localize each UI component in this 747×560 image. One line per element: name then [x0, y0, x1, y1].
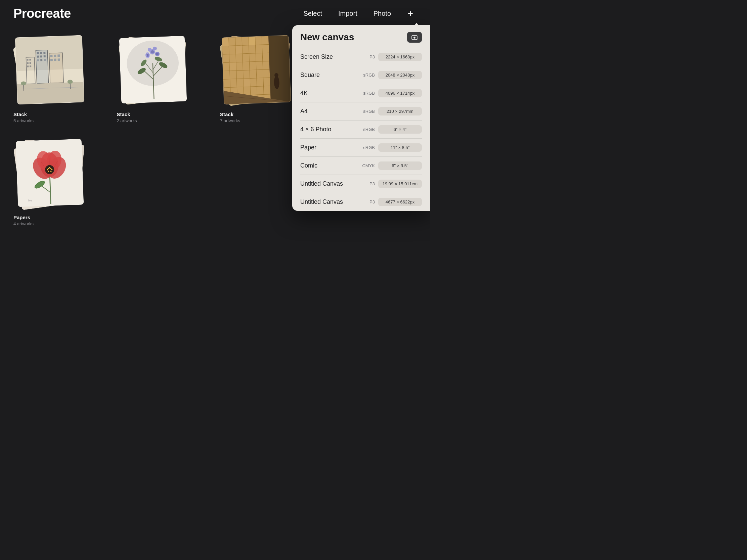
svg-rect-74 [249, 36, 256, 45]
canvas-type-row[interactable]: Untitled CanvasP319.99 × 15.011cm [292, 175, 430, 193]
canvas-type-name: Comic [300, 162, 362, 169]
stack-label: Stack [220, 111, 233, 117]
canvas-color-profile: P3 [369, 54, 375, 59]
stack-count: 7 artworks [220, 118, 240, 123]
stack-label: Stack [117, 111, 130, 117]
stack-paper-front [15, 35, 85, 105]
stack-thumbnail [14, 33, 87, 107]
header-actions: Select Import Photo + [301, 7, 416, 20]
papers-label: Papers [14, 215, 30, 220]
canvas-type-name: Untitled Canvas [300, 180, 369, 187]
canvas-color-profile: P3 [369, 199, 375, 205]
svg-text:bmc: bmc [28, 199, 32, 202]
svg-rect-6 [30, 62, 31, 64]
canvas-dimensions: 4096 × 1714px [378, 89, 422, 97]
stack-paper-front [222, 35, 291, 105]
svg-rect-4 [29, 59, 31, 60]
stack-count: 5 artworks [14, 118, 33, 123]
canvas-type-name: 4K [300, 90, 363, 97]
stack-count: 2 artworks [117, 118, 137, 123]
stack-thumbnail [117, 33, 191, 107]
canvas-dimensions: 19.99 × 15.011cm [378, 180, 422, 188]
canvas-type-row[interactable]: 4 × 6 PhotosRGB6" × 4" [292, 121, 430, 138]
canvas-color-profile: CMYK [362, 163, 375, 168]
svg-rect-33 [49, 53, 63, 83]
stack-thumbnail [220, 33, 294, 107]
poppy-artwork: bmc [16, 139, 84, 207]
svg-rect-5 [27, 62, 29, 64]
canvas-type-row[interactable]: 4KsRGB4096 × 1714px [292, 84, 430, 102]
canvas-dimensions: 4677 × 6622px [378, 198, 422, 206]
city-artwork [16, 35, 84, 104]
canvas-color-profile: sRGB [363, 73, 375, 78]
canvas-color-profile: P3 [369, 181, 375, 186]
svg-rect-75 [229, 62, 236, 71]
floral-artwork [119, 36, 186, 103]
canvas-type-name: 4 × 6 Photo [300, 126, 363, 133]
photo-button[interactable]: Photo [371, 8, 394, 19]
svg-rect-7 [27, 65, 29, 67]
svg-rect-8 [30, 65, 31, 67]
canvas-color-profile: sRGB [363, 109, 375, 114]
canvas-color-profile: sRGB [363, 145, 375, 150]
canvas-type-row[interactable]: PapersRGB11" × 8.5" [292, 139, 430, 156]
canvas-type-row[interactable]: Screen SizeP32224 × 1668px [292, 48, 430, 66]
canvas-type-name: Untitled Canvas [300, 198, 369, 206]
canvas-dimensions: 11" × 8.5" [378, 143, 422, 152]
canvas-dimensions: 2224 × 1668px [378, 53, 422, 61]
stack-item[interactable]: Stack 5 artworks [14, 33, 107, 123]
app-header: Procreate Select Import Photo + [0, 0, 430, 27]
canvas-color-profile: sRGB [363, 127, 375, 132]
new-canvas-button[interactable]: + [405, 7, 416, 20]
svg-rect-26 [17, 82, 84, 104]
canvas-type-row[interactable]: SquaresRGB2048 × 2048px [292, 66, 430, 84]
canvas-type-name: A4 [300, 108, 363, 115]
canvas-type-name: Square [300, 72, 363, 79]
custom-canvas-icon [411, 34, 418, 41]
canvas-dimensions: 6" × 9.5" [378, 161, 422, 170]
panel-new-button[interactable] [407, 32, 422, 43]
app-title: Procreate [14, 6, 71, 21]
stack-thumbnail: bmc [14, 137, 87, 211]
canvas-dimensions: 6" × 4" [378, 125, 422, 134]
svg-rect-77 [268, 35, 290, 103]
svg-rect-72 [222, 37, 229, 46]
canvas-type-name: Screen Size [300, 53, 369, 60]
canvas-color-profile: sRGB [363, 91, 375, 96]
svg-rect-32 [35, 50, 48, 84]
stack-paper-front [119, 36, 187, 104]
svg-rect-73 [235, 45, 242, 54]
panel-title: New canvas [300, 32, 354, 43]
stack-label: Stack [14, 111, 27, 117]
canvas-type-row[interactable]: A4sRGB210 × 297mm [292, 102, 430, 120]
hallway-artwork [222, 35, 291, 104]
panel-header: New canvas [292, 25, 430, 48]
svg-rect-3 [27, 59, 29, 61]
papers-item[interactable]: bmc Papers 4 artworks [14, 137, 107, 226]
new-canvas-panel: New canvas Screen SizeP32224 × 1668pxSqu… [292, 25, 430, 211]
canvas-rows: Screen SizeP32224 × 1668pxSquaresRGB2048… [292, 48, 430, 211]
import-button[interactable]: Import [336, 8, 360, 19]
select-button[interactable]: Select [301, 8, 325, 19]
panel-caret [413, 23, 420, 27]
svg-rect-76 [243, 78, 250, 87]
papers-count: 4 artworks [14, 221, 33, 226]
canvas-dimensions: 210 × 297mm [378, 107, 422, 115]
canvas-type-row[interactable]: ComicCMYK6" × 9.5" [292, 157, 430, 175]
canvas-type-name: Paper [300, 144, 363, 151]
canvas-dimensions: 2048 × 2048px [378, 71, 422, 79]
stack-paper-front: bmc [16, 139, 84, 207]
canvas-type-row[interactable]: Untitled CanvasP34677 × 6622px [292, 193, 430, 211]
stack-item[interactable]: Stack 2 artworks [117, 33, 210, 123]
